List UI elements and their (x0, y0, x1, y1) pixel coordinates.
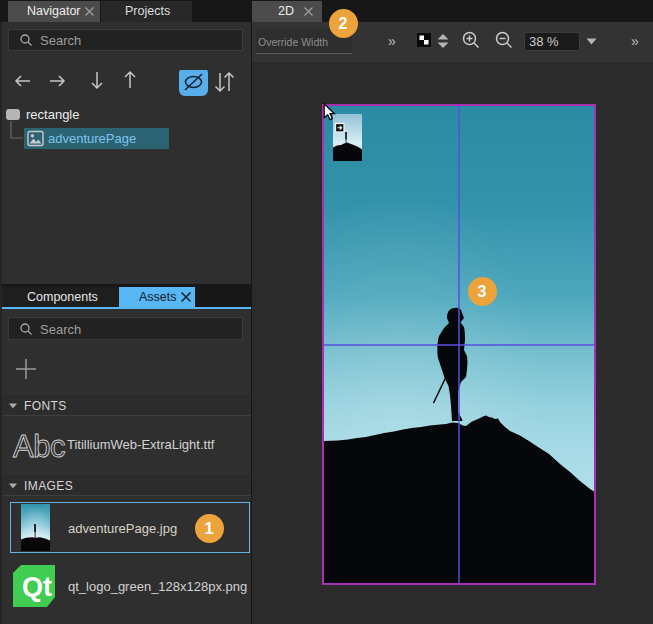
svg-text:Qt: Qt (22, 572, 52, 602)
